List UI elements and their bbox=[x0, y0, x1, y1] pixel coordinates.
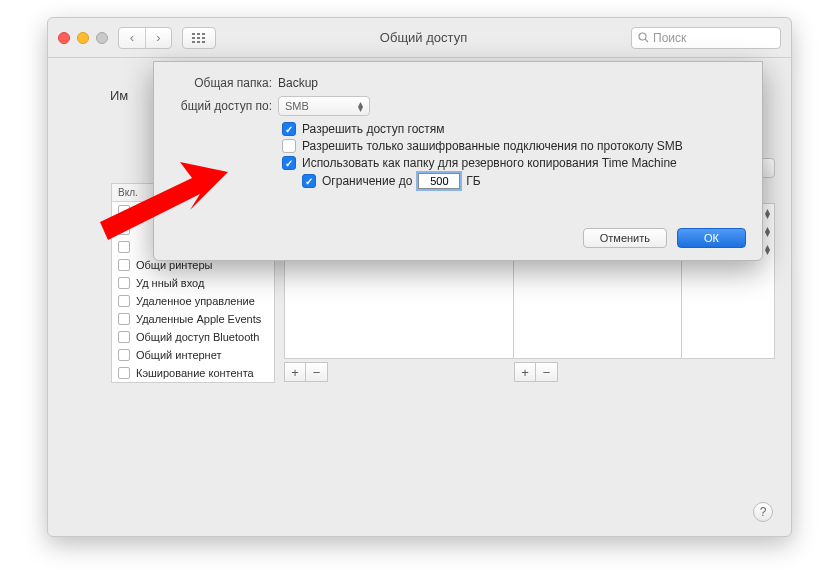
service-label: Кэширование контента bbox=[136, 367, 254, 379]
checkbox-icon[interactable] bbox=[118, 259, 130, 271]
chevron-updown-icon: ▴▾ bbox=[765, 208, 770, 218]
service-label: Уд нный вход bbox=[136, 277, 204, 289]
option-row[interactable]: Использовать как папку для резервного ко… bbox=[282, 156, 744, 170]
share-via-select[interactable]: SMB ▴▾ bbox=[278, 96, 370, 116]
ok-button[interactable]: ОК bbox=[677, 228, 746, 248]
service-label: Удаленное управление bbox=[136, 295, 255, 307]
remove-folder-button[interactable]: − bbox=[306, 362, 328, 382]
limit-unit: ГБ bbox=[466, 174, 480, 188]
limit-label: Ограничение до bbox=[322, 174, 412, 188]
close-icon[interactable] bbox=[58, 32, 70, 44]
svg-rect-1 bbox=[197, 33, 200, 35]
option-row[interactable]: Разрешить доступ гостям bbox=[282, 122, 744, 136]
checkbox-icon[interactable] bbox=[118, 331, 130, 343]
checkbox-icon[interactable] bbox=[282, 122, 296, 136]
checkbox-icon[interactable] bbox=[118, 223, 130, 235]
svg-rect-0 bbox=[192, 33, 195, 35]
svg-line-10 bbox=[645, 39, 648, 42]
service-label: Общий интернет bbox=[136, 349, 222, 361]
folders-addremove: + − bbox=[284, 362, 514, 382]
checkbox-icon[interactable] bbox=[282, 156, 296, 170]
service-row[interactable]: Удаленные Apple Events bbox=[112, 310, 274, 328]
back-icon[interactable]: ‹ bbox=[119, 28, 145, 48]
folder-label: Общая папка: bbox=[172, 76, 272, 90]
service-label: Удаленные Apple Events bbox=[136, 313, 261, 325]
search-placeholder: Поиск bbox=[653, 31, 686, 45]
users-addremove: + − bbox=[514, 362, 682, 382]
checkbox-icon[interactable] bbox=[118, 205, 130, 217]
svg-rect-7 bbox=[197, 41, 200, 43]
minimize-icon[interactable] bbox=[77, 32, 89, 44]
checkbox-icon[interactable] bbox=[118, 241, 130, 253]
limit-row[interactable]: Ограничение до ГБ bbox=[302, 173, 744, 189]
checkbox-icon[interactable] bbox=[118, 313, 130, 325]
folder-options-sheet: Общая папка: Backup бщий доступ по: SMB … bbox=[153, 61, 763, 261]
checkbox-icon[interactable] bbox=[118, 295, 130, 307]
service-row[interactable]: Общий интернет bbox=[112, 346, 274, 364]
search-field[interactable]: Поиск bbox=[631, 27, 781, 49]
add-user-button[interactable]: + bbox=[514, 362, 536, 382]
svg-point-9 bbox=[639, 33, 646, 40]
svg-rect-6 bbox=[192, 41, 195, 43]
checkbox-icon[interactable] bbox=[118, 367, 130, 379]
prefs-window: ‹ › Общий доступ Поиск Им пьютере, тры… … bbox=[47, 17, 792, 537]
svg-rect-8 bbox=[202, 41, 205, 43]
share-via-label: бщий доступ по: bbox=[172, 99, 272, 113]
svg-rect-3 bbox=[192, 37, 195, 39]
svg-rect-4 bbox=[197, 37, 200, 39]
chevron-updown-icon: ▴▾ bbox=[358, 101, 363, 111]
remove-user-button[interactable]: − bbox=[536, 362, 558, 382]
svg-rect-2 bbox=[202, 33, 205, 35]
limit-input[interactable] bbox=[418, 173, 460, 189]
checkbox-icon[interactable] bbox=[282, 139, 296, 153]
chevron-updown-icon: ▴▾ bbox=[765, 226, 770, 236]
service-label: Общий доступ Bluetooth bbox=[136, 331, 259, 343]
option-label: Разрешить доступ гостям bbox=[302, 122, 445, 136]
option-row[interactable]: Разрешить только зашифрованные подключен… bbox=[282, 139, 744, 153]
zoom-icon bbox=[96, 32, 108, 44]
checkbox-icon[interactable] bbox=[118, 277, 130, 289]
show-all-button[interactable] bbox=[182, 27, 216, 49]
titlebar: ‹ › Общий доступ Поиск bbox=[48, 18, 791, 58]
forward-icon[interactable]: › bbox=[145, 28, 171, 48]
checkbox-icon[interactable] bbox=[118, 349, 130, 361]
option-label: Разрешить только зашифрованные подключен… bbox=[302, 139, 683, 153]
search-icon bbox=[638, 32, 649, 43]
help-button[interactable]: ? bbox=[753, 502, 773, 522]
add-folder-button[interactable]: + bbox=[284, 362, 306, 382]
service-row[interactable]: Уд нный вход bbox=[112, 274, 274, 292]
grid-icon bbox=[192, 33, 206, 43]
cancel-button[interactable]: Отменить bbox=[583, 228, 667, 248]
svg-rect-5 bbox=[202, 37, 205, 39]
traffic-lights bbox=[58, 32, 108, 44]
service-row[interactable]: Удаленное управление bbox=[112, 292, 274, 310]
label-truncated: Им bbox=[110, 88, 128, 103]
nav-segmented[interactable]: ‹ › bbox=[118, 27, 172, 49]
chevron-updown-icon: ▴▾ bbox=[765, 244, 770, 254]
checkbox-icon[interactable] bbox=[302, 174, 316, 188]
service-row[interactable]: Кэширование контента bbox=[112, 364, 274, 382]
option-label: Использовать как папку для резервного ко… bbox=[302, 156, 677, 170]
service-row[interactable]: Общий доступ Bluetooth bbox=[112, 328, 274, 346]
window-title: Общий доступ bbox=[226, 30, 621, 45]
folder-value: Backup bbox=[278, 76, 318, 90]
